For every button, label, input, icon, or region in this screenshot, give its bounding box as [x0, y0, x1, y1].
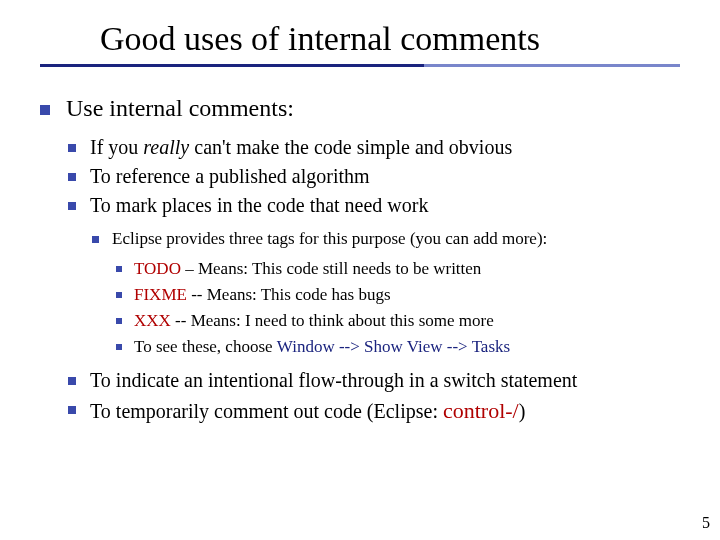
bullet-eclipse-tags: Eclipse provides three tags for this pur… — [90, 229, 680, 357]
tag-fixme: FIXME — [134, 285, 187, 304]
text: – Means: This code still needs to be wri… — [181, 259, 481, 278]
slide-title: Good uses of internal comments — [40, 20, 680, 58]
body-list: Use internal comments: If you really can… — [40, 95, 680, 424]
text: can't make the code simple and obvious — [189, 136, 512, 158]
text: -- Means: I need to think about this som… — [171, 311, 494, 330]
bullet-xxx: XXX -- Means: I need to think about this… — [112, 311, 680, 331]
bullet-mark-places: To mark places in the code that need wor… — [66, 194, 680, 357]
title-underline — [40, 64, 680, 67]
text: Eclipse provides three tags for this pur… — [112, 229, 547, 248]
emph-really: really — [143, 136, 189, 158]
bullet-to-see: To see these, choose Window --> Show Vie… — [112, 337, 680, 357]
page-number: 5 — [702, 514, 710, 532]
tag-todo: TODO — [134, 259, 181, 278]
text: To mark places in the code that need wor… — [90, 194, 428, 216]
tag-xxx: XXX — [134, 311, 171, 330]
bullet-really: If you really can't make the code simple… — [66, 136, 680, 159]
slide: Good uses of internal comments Use inter… — [0, 0, 720, 540]
bullet-switch-fallthrough: To indicate an intentional flow-through … — [66, 369, 680, 392]
bullet-fixme: FIXME -- Means: This code has bugs — [112, 285, 680, 305]
bullet-comment-out: To temporarily comment out code (Eclipse… — [66, 398, 680, 424]
sublist: If you really can't make the code simple… — [66, 136, 680, 424]
text: To temporarily comment out code (Eclipse… — [90, 400, 443, 422]
text: If you — [90, 136, 143, 158]
sublist: TODO – Means: This code still needs to b… — [112, 259, 680, 357]
text: -- Means: This code has bugs — [187, 285, 391, 304]
kb-shortcut: control-/ — [443, 398, 519, 423]
text: To see these, choose — [134, 337, 277, 356]
sublist: Eclipse provides three tags for this pur… — [90, 229, 680, 357]
bullet-use-internal: Use internal comments: If you really can… — [40, 95, 680, 424]
bullet-text: Use internal comments: — [66, 95, 294, 121]
bullet-reference-algo: To reference a published algorithm — [66, 165, 680, 188]
menu-path: Window --> Show View --> Tasks — [277, 337, 510, 356]
text: ) — [519, 400, 526, 422]
bullet-todo: TODO – Means: This code still needs to b… — [112, 259, 680, 279]
